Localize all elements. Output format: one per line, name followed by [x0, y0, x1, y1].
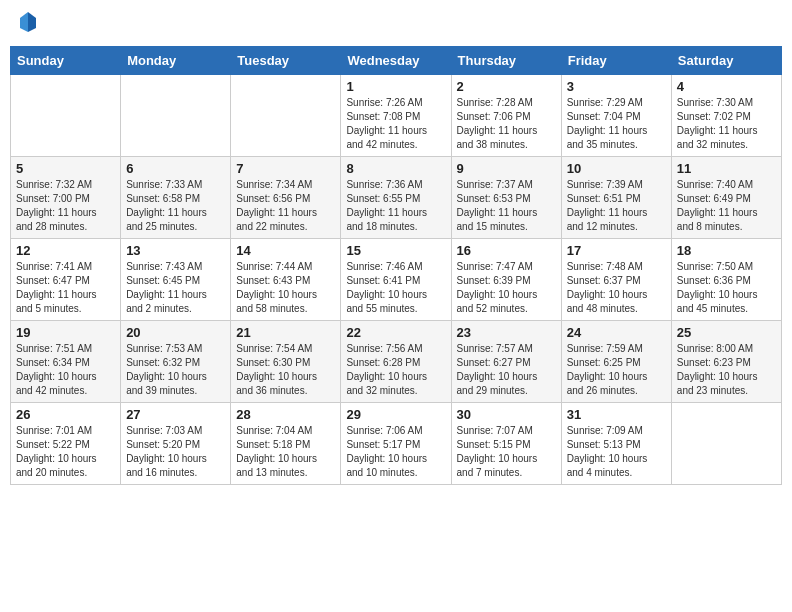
day-info: Sunrise: 7:37 AM Sunset: 6:53 PM Dayligh…: [457, 178, 556, 234]
day-info: Sunrise: 7:34 AM Sunset: 6:56 PM Dayligh…: [236, 178, 335, 234]
calendar-cell: 8Sunrise: 7:36 AM Sunset: 6:55 PM Daylig…: [341, 157, 451, 239]
day-number: 30: [457, 407, 556, 422]
calendar-cell: 20Sunrise: 7:53 AM Sunset: 6:32 PM Dayli…: [121, 321, 231, 403]
day-number: 4: [677, 79, 776, 94]
day-number: 1: [346, 79, 445, 94]
calendar-cell: 16Sunrise: 7:47 AM Sunset: 6:39 PM Dayli…: [451, 239, 561, 321]
day-number: 31: [567, 407, 666, 422]
day-number: 29: [346, 407, 445, 422]
logo-icon: [16, 10, 40, 34]
day-number: 14: [236, 243, 335, 258]
calendar-cell: 21Sunrise: 7:54 AM Sunset: 6:30 PM Dayli…: [231, 321, 341, 403]
calendar-cell: 14Sunrise: 7:44 AM Sunset: 6:43 PM Dayli…: [231, 239, 341, 321]
day-number: 6: [126, 161, 225, 176]
calendar-cell: [121, 75, 231, 157]
day-info: Sunrise: 7:29 AM Sunset: 7:04 PM Dayligh…: [567, 96, 666, 152]
logo: [14, 10, 40, 38]
calendar-day-header: Monday: [121, 47, 231, 75]
day-number: 15: [346, 243, 445, 258]
day-number: 5: [16, 161, 115, 176]
day-number: 12: [16, 243, 115, 258]
calendar-cell: [231, 75, 341, 157]
calendar-week-row: 5Sunrise: 7:32 AM Sunset: 7:00 PM Daylig…: [11, 157, 782, 239]
calendar-header-row: SundayMondayTuesdayWednesdayThursdayFrid…: [11, 47, 782, 75]
day-number: 8: [346, 161, 445, 176]
day-info: Sunrise: 7:44 AM Sunset: 6:43 PM Dayligh…: [236, 260, 335, 316]
calendar-cell: 24Sunrise: 7:59 AM Sunset: 6:25 PM Dayli…: [561, 321, 671, 403]
day-number: 21: [236, 325, 335, 340]
day-info: Sunrise: 8:00 AM Sunset: 6:23 PM Dayligh…: [677, 342, 776, 398]
calendar-cell: 7Sunrise: 7:34 AM Sunset: 6:56 PM Daylig…: [231, 157, 341, 239]
calendar-cell: 2Sunrise: 7:28 AM Sunset: 7:06 PM Daylig…: [451, 75, 561, 157]
calendar-cell: 30Sunrise: 7:07 AM Sunset: 5:15 PM Dayli…: [451, 403, 561, 485]
day-number: 13: [126, 243, 225, 258]
day-info: Sunrise: 7:54 AM Sunset: 6:30 PM Dayligh…: [236, 342, 335, 398]
calendar-cell: [671, 403, 781, 485]
day-number: 10: [567, 161, 666, 176]
calendar-week-row: 12Sunrise: 7:41 AM Sunset: 6:47 PM Dayli…: [11, 239, 782, 321]
calendar-cell: 3Sunrise: 7:29 AM Sunset: 7:04 PM Daylig…: [561, 75, 671, 157]
calendar-cell: 12Sunrise: 7:41 AM Sunset: 6:47 PM Dayli…: [11, 239, 121, 321]
day-info: Sunrise: 7:46 AM Sunset: 6:41 PM Dayligh…: [346, 260, 445, 316]
calendar-day-header: Thursday: [451, 47, 561, 75]
day-number: 22: [346, 325, 445, 340]
day-number: 23: [457, 325, 556, 340]
day-number: 3: [567, 79, 666, 94]
calendar-week-row: 26Sunrise: 7:01 AM Sunset: 5:22 PM Dayli…: [11, 403, 782, 485]
calendar-cell: 28Sunrise: 7:04 AM Sunset: 5:18 PM Dayli…: [231, 403, 341, 485]
day-info: Sunrise: 7:48 AM Sunset: 6:37 PM Dayligh…: [567, 260, 666, 316]
calendar-cell: 17Sunrise: 7:48 AM Sunset: 6:37 PM Dayli…: [561, 239, 671, 321]
calendar-cell: 22Sunrise: 7:56 AM Sunset: 6:28 PM Dayli…: [341, 321, 451, 403]
day-info: Sunrise: 7:06 AM Sunset: 5:17 PM Dayligh…: [346, 424, 445, 480]
calendar-cell: [11, 75, 121, 157]
day-info: Sunrise: 7:03 AM Sunset: 5:20 PM Dayligh…: [126, 424, 225, 480]
day-number: 7: [236, 161, 335, 176]
calendar-day-header: Wednesday: [341, 47, 451, 75]
calendar-cell: 31Sunrise: 7:09 AM Sunset: 5:13 PM Dayli…: [561, 403, 671, 485]
calendar-cell: 1Sunrise: 7:26 AM Sunset: 7:08 PM Daylig…: [341, 75, 451, 157]
day-info: Sunrise: 7:47 AM Sunset: 6:39 PM Dayligh…: [457, 260, 556, 316]
calendar-cell: 6Sunrise: 7:33 AM Sunset: 6:58 PM Daylig…: [121, 157, 231, 239]
day-info: Sunrise: 7:50 AM Sunset: 6:36 PM Dayligh…: [677, 260, 776, 316]
day-number: 2: [457, 79, 556, 94]
day-number: 16: [457, 243, 556, 258]
day-number: 20: [126, 325, 225, 340]
day-info: Sunrise: 7:41 AM Sunset: 6:47 PM Dayligh…: [16, 260, 115, 316]
calendar-cell: 13Sunrise: 7:43 AM Sunset: 6:45 PM Dayli…: [121, 239, 231, 321]
day-info: Sunrise: 7:51 AM Sunset: 6:34 PM Dayligh…: [16, 342, 115, 398]
calendar-cell: 5Sunrise: 7:32 AM Sunset: 7:00 PM Daylig…: [11, 157, 121, 239]
day-info: Sunrise: 7:39 AM Sunset: 6:51 PM Dayligh…: [567, 178, 666, 234]
calendar-cell: 29Sunrise: 7:06 AM Sunset: 5:17 PM Dayli…: [341, 403, 451, 485]
day-info: Sunrise: 7:30 AM Sunset: 7:02 PM Dayligh…: [677, 96, 776, 152]
day-info: Sunrise: 7:56 AM Sunset: 6:28 PM Dayligh…: [346, 342, 445, 398]
day-number: 27: [126, 407, 225, 422]
day-number: 24: [567, 325, 666, 340]
day-info: Sunrise: 7:43 AM Sunset: 6:45 PM Dayligh…: [126, 260, 225, 316]
calendar-day-header: Sunday: [11, 47, 121, 75]
calendar-cell: 27Sunrise: 7:03 AM Sunset: 5:20 PM Dayli…: [121, 403, 231, 485]
calendar-cell: 9Sunrise: 7:37 AM Sunset: 6:53 PM Daylig…: [451, 157, 561, 239]
day-info: Sunrise: 7:33 AM Sunset: 6:58 PM Dayligh…: [126, 178, 225, 234]
day-info: Sunrise: 7:36 AM Sunset: 6:55 PM Dayligh…: [346, 178, 445, 234]
calendar-cell: 19Sunrise: 7:51 AM Sunset: 6:34 PM Dayli…: [11, 321, 121, 403]
day-number: 9: [457, 161, 556, 176]
calendar-cell: 10Sunrise: 7:39 AM Sunset: 6:51 PM Dayli…: [561, 157, 671, 239]
calendar-cell: 23Sunrise: 7:57 AM Sunset: 6:27 PM Dayli…: [451, 321, 561, 403]
page-header: [10, 10, 782, 38]
calendar-cell: 11Sunrise: 7:40 AM Sunset: 6:49 PM Dayli…: [671, 157, 781, 239]
day-info: Sunrise: 7:53 AM Sunset: 6:32 PM Dayligh…: [126, 342, 225, 398]
day-info: Sunrise: 7:40 AM Sunset: 6:49 PM Dayligh…: [677, 178, 776, 234]
day-number: 11: [677, 161, 776, 176]
day-info: Sunrise: 7:28 AM Sunset: 7:06 PM Dayligh…: [457, 96, 556, 152]
day-info: Sunrise: 7:26 AM Sunset: 7:08 PM Dayligh…: [346, 96, 445, 152]
day-number: 26: [16, 407, 115, 422]
day-number: 17: [567, 243, 666, 258]
day-number: 28: [236, 407, 335, 422]
day-info: Sunrise: 7:57 AM Sunset: 6:27 PM Dayligh…: [457, 342, 556, 398]
day-info: Sunrise: 7:09 AM Sunset: 5:13 PM Dayligh…: [567, 424, 666, 480]
calendar-week-row: 1Sunrise: 7:26 AM Sunset: 7:08 PM Daylig…: [11, 75, 782, 157]
day-number: 25: [677, 325, 776, 340]
calendar-week-row: 19Sunrise: 7:51 AM Sunset: 6:34 PM Dayli…: [11, 321, 782, 403]
day-info: Sunrise: 7:32 AM Sunset: 7:00 PM Dayligh…: [16, 178, 115, 234]
day-info: Sunrise: 7:04 AM Sunset: 5:18 PM Dayligh…: [236, 424, 335, 480]
